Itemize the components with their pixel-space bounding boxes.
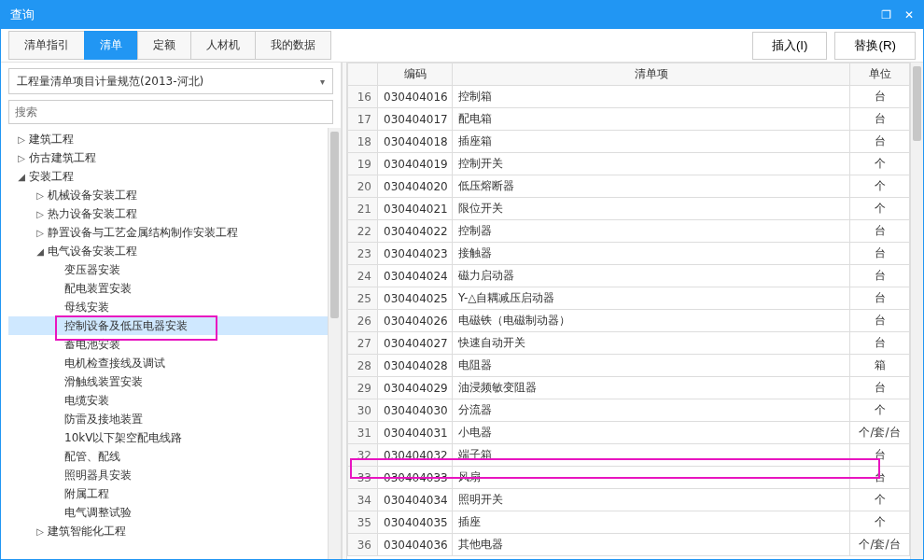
cell-code: 030404020: [378, 175, 453, 198]
table-row[interactable]: 21030404021限位开关个: [348, 198, 910, 220]
tree-node[interactable]: ▷建筑工程: [8, 130, 341, 148]
cell-code: 030404016: [378, 86, 453, 108]
tree-node[interactable]: ◢电气设备安装工程: [8, 242, 341, 260]
tab-4[interactable]: 我的数据: [255, 31, 331, 60]
tree-node[interactable]: 变压器安装: [8, 260, 341, 279]
tree-node[interactable]: 照明器具安装: [8, 466, 341, 484]
cell-code: 030404021: [378, 198, 453, 220]
table-scrollbar[interactable]: [910, 63, 923, 559]
table-row[interactable]: 35030404035插座个: [348, 511, 910, 534]
tree-scrollbar[interactable]: [328, 128, 341, 559]
tree-node[interactable]: 电气调整试验: [8, 503, 341, 522]
tree-node[interactable]: ▷建筑智能化工程: [8, 522, 341, 540]
table-row[interactable]: 30030404030分流器个: [348, 399, 910, 422]
tree-node[interactable]: 电机检查接线及调试: [8, 354, 341, 372]
tree-node[interactable]: 10kV以下架空配电线路: [8, 428, 341, 447]
expand-icon[interactable]: ▷: [35, 190, 46, 201]
cell-unit: 台: [850, 243, 910, 265]
restore-icon[interactable]: ❐: [881, 8, 891, 21]
table-row[interactable]: 19030404019控制开关个: [348, 153, 910, 175]
cell-rownum: 20: [348, 175, 378, 198]
table-row[interactable]: 17030404017配电箱台: [348, 108, 910, 131]
cell-desc: 控制器: [453, 220, 850, 243]
close-icon[interactable]: ✕: [904, 8, 914, 21]
table-row[interactable]: 31030404031小电器个/套/台: [348, 422, 910, 444]
tab-2[interactable]: 定额: [137, 31, 190, 60]
tree-node[interactable]: 母线安装: [8, 298, 341, 316]
search-input[interactable]: [15, 105, 327, 119]
collapse-icon[interactable]: ◢: [16, 172, 27, 182]
col-desc[interactable]: 清单项: [453, 63, 850, 86]
col-code[interactable]: 编码: [378, 63, 453, 86]
cell-code: 030404025: [378, 287, 453, 310]
cell-code: 030404034: [378, 489, 453, 511]
tree-node-label: 控制设备及低压电器安装: [64, 318, 188, 334]
cell-rownum: 30: [348, 399, 378, 422]
cell-code: 030404022: [378, 220, 453, 243]
tree-node[interactable]: 滑触线装置安装: [8, 372, 341, 391]
collapse-icon[interactable]: ◢: [35, 246, 46, 257]
tree-node[interactable]: ▷机械设备安装工程: [8, 186, 341, 204]
tree-node-label: 防雷及接地装置: [64, 412, 143, 427]
table-header-row: 编码 清单项 单位: [348, 63, 910, 86]
replace-button[interactable]: 替换(R): [834, 32, 916, 60]
cell-unit: 台: [850, 444, 910, 467]
cell-unit: 个: [850, 399, 910, 422]
insert-button[interactable]: 插入(I): [752, 32, 828, 60]
table-row[interactable]: 16030404016控制箱台: [348, 86, 910, 108]
tree-node-label: 配电装置安装: [64, 281, 132, 297]
table-scrollbar-thumb[interactable]: [913, 66, 921, 141]
tree-node-label: 静置设备与工艺金属结构制作安装工程: [48, 225, 238, 241]
table-area: 编码 清单项 单位 16030404016控制箱台17030404017配电箱台…: [347, 63, 923, 559]
tab-1[interactable]: 清单: [84, 31, 137, 60]
cell-rownum: 17: [348, 108, 378, 131]
table-row[interactable]: 27030404027快速自动开关台: [348, 332, 910, 355]
col-rownum: [348, 63, 378, 86]
expand-icon[interactable]: ▷: [35, 526, 46, 537]
table-row[interactable]: 34030404034照明开关个: [348, 489, 910, 511]
tree-node-label: 电缆安装: [64, 393, 109, 409]
table-row[interactable]: 25030404025Y-△自耦减压启动器台: [348, 287, 910, 310]
expand-icon[interactable]: ▷: [16, 134, 27, 145]
tree-node[interactable]: 控制设备及低压电器安装: [8, 316, 341, 335]
expand-icon[interactable]: ▷: [16, 153, 27, 163]
tree-node[interactable]: 配电装置安装: [8, 279, 341, 298]
table-row[interactable]: 20030404020低压熔断器个: [348, 175, 910, 198]
table-row[interactable]: 18030404018插座箱台: [348, 131, 910, 153]
cell-desc: 照明开关: [453, 489, 850, 511]
table-row[interactable]: 26030404026电磁铁（电磁制动器）台: [348, 310, 910, 332]
table-row[interactable]: 28030404028电阻器箱: [348, 355, 910, 377]
cell-unit: 个: [850, 511, 910, 534]
spec-dropdown-value: 工程量清单项目计量规范(2013-河北): [17, 74, 203, 90]
tab-3[interactable]: 人材机: [190, 31, 255, 60]
table-row[interactable]: 33030404033风扇台: [348, 467, 910, 489]
cell-desc: 快速自动开关: [453, 332, 850, 355]
col-unit[interactable]: 单位: [850, 63, 910, 86]
body: 工程量清单项目计量规范(2013-河北) ▾ ▷建筑工程▷仿古建筑工程◢安装工程…: [1, 63, 923, 559]
table-row[interactable]: 23030404023接触器台: [348, 243, 910, 265]
tree-node[interactable]: 防雷及接地装置: [8, 410, 341, 428]
table-row[interactable]: 22030404022控制器台: [348, 220, 910, 243]
tree-node[interactable]: ▷热力设备安装工程: [8, 204, 341, 223]
table-row[interactable]: 24030404024磁力启动器台: [348, 265, 910, 287]
tree-node[interactable]: ◢安装工程: [8, 167, 341, 186]
expand-icon[interactable]: ▷: [35, 209, 46, 219]
tree-node-label: 电气设备安装工程: [48, 244, 137, 259]
table-row[interactable]: 32030404032端子箱台: [348, 444, 910, 467]
tree-node[interactable]: 蓄电池安装: [8, 335, 341, 354]
table-row[interactable]: 29030404029油浸频敏变阻器台: [348, 377, 910, 399]
cell-code: 030404023: [378, 243, 453, 265]
expand-icon[interactable]: ▷: [35, 228, 46, 238]
table-row[interactable]: 36030404036其他电器个/套/台: [348, 534, 910, 556]
tree-node[interactable]: ▷仿古建筑工程: [8, 148, 341, 167]
tree-node[interactable]: 配管、配线: [8, 447, 341, 466]
tree-node[interactable]: 电缆安装: [8, 391, 341, 410]
tree-node[interactable]: ▷静置设备与工艺金属结构制作安装工程: [8, 223, 341, 242]
spec-dropdown[interactable]: 工程量清单项目计量规范(2013-河北) ▾: [8, 68, 333, 94]
tab-0[interactable]: 清单指引: [8, 31, 84, 60]
tree-node[interactable]: 附属工程: [8, 484, 341, 503]
cell-rownum: 28: [348, 355, 378, 377]
cell-code: 030404033: [378, 467, 453, 489]
tree-scrollbar-thumb[interactable]: [330, 132, 339, 318]
cell-desc: 电磁铁（电磁制动器）: [453, 310, 850, 332]
